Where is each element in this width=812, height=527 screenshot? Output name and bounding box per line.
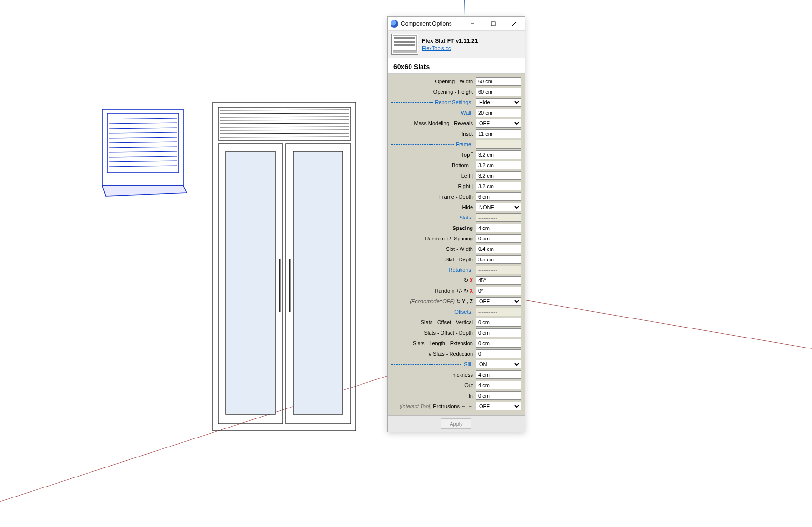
input-in[interactable]	[476, 391, 521, 400]
svg-line-16	[109, 166, 177, 167]
label-opening-height: Opening - Height	[391, 89, 473, 95]
input-frame-depth[interactable]	[476, 192, 521, 201]
input-spacing[interactable]	[476, 224, 521, 232]
input-opening-width[interactable]	[476, 77, 521, 86]
svg-line-10	[109, 137, 177, 138]
input-rand-rot[interactable]	[476, 287, 521, 295]
product-link[interactable]: FlexTools.cc	[422, 45, 478, 51]
dialog-footer: Apply	[388, 415, 525, 432]
svg-rect-30	[226, 151, 275, 414]
label-wall: Wall	[391, 110, 473, 116]
input-top[interactable]	[476, 150, 521, 159]
label-bottom: Bottom _	[391, 162, 473, 168]
label-reduction: # Slats - Reduction	[391, 351, 473, 357]
label-hide: Hide	[391, 204, 473, 210]
svg-line-22	[220, 120, 349, 120]
svg-line-12	[109, 147, 177, 148]
label-rand-rot: Random +/- ↻ X	[391, 288, 473, 294]
titlebar[interactable]: Component Options	[388, 17, 525, 31]
input-inset[interactable]	[476, 129, 521, 138]
section-title: 60x60 Slats	[388, 58, 525, 74]
svg-line-27	[220, 137, 349, 137]
svg-line-7	[109, 123, 177, 124]
input-bottom[interactable]	[476, 161, 521, 169]
label-offsets: Offsets	[391, 309, 473, 315]
svg-line-9	[109, 132, 177, 133]
maximize-button[interactable]	[483, 17, 504, 31]
label-in: In	[391, 393, 473, 398]
svg-marker-5	[102, 186, 187, 196]
svg-rect-35	[491, 22, 495, 26]
input-left[interactable]	[476, 171, 521, 180]
input-rand-spacing[interactable]	[476, 234, 521, 243]
apply-button[interactable]: Apply	[441, 418, 471, 429]
svg-line-6	[109, 118, 177, 119]
label-mass-reveals: Mass Modeling - Reveals	[391, 120, 473, 126]
svg-line-23	[220, 123, 349, 124]
svg-line-26	[220, 133, 349, 134]
label-left: Left |	[391, 173, 473, 179]
input-slat-width[interactable]	[476, 245, 521, 253]
label-len-ext: Slats - Length - Extension	[391, 340, 473, 346]
input-slat-depth[interactable]	[476, 255, 521, 264]
viewport-door	[213, 102, 356, 431]
svg-line-24	[220, 127, 349, 127]
input-right[interactable]	[476, 182, 521, 190]
label-top: Top ‾	[391, 152, 473, 158]
options-body: Opening - Width Opening - Height Report …	[388, 74, 525, 415]
label-rotations: Rotations	[391, 267, 473, 273]
component-options-window: Component Options Flex Slat FT v1.11.21 …	[387, 16, 525, 432]
input-off-vert[interactable]	[476, 318, 521, 327]
input-opening-height[interactable]	[476, 88, 521, 96]
product-name: Flex Slat FT v1.11.21	[422, 38, 478, 44]
input-off-dash	[476, 308, 521, 316]
component-header: Flex Slat FT v1.11.21 FlexTools.cc	[388, 31, 525, 58]
input-rot-dash	[476, 266, 521, 274]
app-icon	[391, 20, 398, 28]
label-slat-depth: Slat - Depth	[391, 257, 473, 262]
minimize-button[interactable]	[462, 17, 483, 31]
input-len-ext[interactable]	[476, 339, 521, 348]
svg-line-21	[220, 117, 349, 117]
label-inset: Inset	[391, 131, 473, 137]
svg-line-14	[109, 156, 177, 157]
svg-line-13	[109, 151, 177, 152]
input-reduction[interactable]	[476, 349, 521, 358]
select-sill[interactable]: ONOFF	[476, 360, 521, 368]
close-button[interactable]	[504, 17, 525, 31]
select-protrusions[interactable]: OFFON	[476, 402, 521, 410]
label-thickness: Thickness	[391, 372, 473, 378]
select-econo-yz[interactable]: OFFON	[476, 297, 521, 306]
svg-line-1	[524, 300, 812, 352]
label-frame: Frame	[391, 141, 473, 147]
select-mass-reveals[interactable]: OFFON	[476, 119, 521, 128]
svg-rect-4	[107, 113, 179, 173]
input-out[interactable]	[476, 381, 521, 389]
label-report-settings: Report Settings	[391, 99, 473, 105]
svg-line-8	[109, 128, 177, 129]
label-frame-depth: Frame - Depth	[391, 194, 473, 199]
label-protrusions: (Interact Tool) Protrusions ← →	[391, 403, 473, 409]
label-rand-spacing: Random +/- Spacing	[391, 236, 473, 241]
label-slat-width: Slat - Width	[391, 246, 473, 252]
input-off-depth[interactable]	[476, 328, 521, 337]
svg-line-19	[220, 110, 349, 110]
label-rot-x: ↻ X	[391, 278, 473, 284]
label-sill: Sill	[391, 361, 473, 367]
label-off-vert: Slats - Offset - Vertical	[391, 319, 473, 325]
input-slats-dash	[476, 213, 521, 222]
input-thickness[interactable]	[476, 370, 521, 379]
svg-line-15	[109, 161, 177, 162]
component-thumbnail	[391, 34, 418, 55]
label-right: Right |	[391, 183, 473, 189]
select-report-settings[interactable]: HideShow	[476, 98, 521, 107]
select-hide[interactable]: NONEFRAMESLATSALL	[476, 203, 521, 211]
label-opening-width: Opening - Width	[391, 79, 473, 84]
window-title: Component Options	[401, 20, 462, 27]
svg-rect-31	[293, 151, 343, 414]
input-frame-dash	[476, 140, 521, 149]
input-rot-x[interactable]	[476, 276, 521, 285]
input-wall[interactable]	[476, 109, 521, 117]
label-slats: Slats	[391, 215, 473, 220]
svg-line-11	[109, 142, 177, 143]
